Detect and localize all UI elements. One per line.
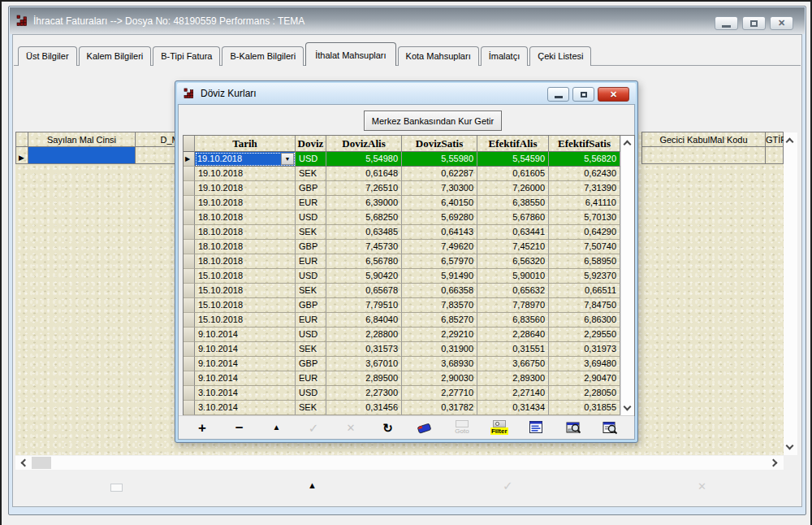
cell-EfektifSatis[interactable]: 0,62430 — [549, 167, 620, 181]
cell-EfektifSatis[interactable]: 5,70130 — [549, 210, 620, 225]
cell-DovizAlis[interactable]: 2,28800 — [326, 328, 402, 342]
row-selector[interactable] — [184, 284, 195, 298]
cell-DovizSatis[interactable]: 0,31782 — [402, 401, 477, 415]
cell-EfektifAlis[interactable]: 5,90010 — [477, 269, 549, 284]
cell-Tarih[interactable]: 9.10.2014 — [195, 328, 296, 342]
cell-DovizAlis[interactable]: 5,68250 — [326, 210, 402, 225]
row-selector[interactable] — [184, 342, 195, 357]
cell-EfektifAlis[interactable]: 2,28640 — [477, 328, 549, 342]
tab-0[interactable]: Üst Bilgiler — [18, 46, 77, 66]
dialog-minimize-button[interactable] — [547, 87, 569, 102]
cell-Tarih[interactable]: 18.10.2018 — [195, 254, 296, 269]
row-selector[interactable] — [184, 371, 195, 386]
goto-button[interactable]: Goto — [453, 417, 471, 439]
cell-EfektifSatis[interactable]: 0,66511 — [549, 284, 620, 298]
cell-Tarih[interactable]: 15.10.2018 — [195, 313, 296, 328]
cell-DovizSatis[interactable]: 2,90030 — [402, 371, 477, 386]
col-header-doviz[interactable]: Doviz — [296, 136, 326, 152]
erase-button[interactable] — [416, 417, 434, 439]
cell-Tarih[interactable]: 15.10.2018 — [195, 284, 296, 298]
cell-EfektifSatis[interactable]: 2,90470 — [549, 371, 620, 386]
preview-button[interactable] — [564, 417, 582, 439]
cell-EfektifAlis[interactable]: 3,66750 — [477, 357, 549, 371]
refresh-button[interactable]: ↻ — [379, 417, 397, 439]
cell-EfektifSatis[interactable]: 2,29550 — [549, 328, 620, 342]
cell-Tarih[interactable]: 19.10.2018 — [195, 196, 296, 210]
insert-button[interactable]: + — [193, 417, 211, 439]
cell-EfektifAlis[interactable]: 0,31434 — [477, 401, 549, 415]
cell-EfektifAlis[interactable]: 0,61605 — [477, 167, 549, 181]
cell-Tarih[interactable]: 9.10.2014 — [195, 342, 296, 357]
cell-Doviz[interactable]: GBP — [296, 357, 326, 371]
cell-EfektifSatis[interactable]: 7,50740 — [549, 240, 620, 254]
cell-DovizSatis[interactable]: 6,40150 — [402, 196, 477, 210]
cell-DovizAlis[interactable]: 7,26510 — [326, 181, 402, 196]
cell-EfektifAlis[interactable]: 5,54590 — [477, 152, 549, 167]
scroll-right-icon[interactable] — [770, 459, 778, 467]
col-header-dovizalis[interactable]: DovizAlis — [326, 136, 402, 152]
row-selector[interactable] — [184, 181, 195, 196]
main-selected-cell[interactable] — [28, 147, 136, 164]
cell-EfektifSatis[interactable]: 0,31973 — [549, 342, 620, 357]
cell-Doviz[interactable]: USD — [296, 210, 326, 225]
col-header-efektifalis[interactable]: EfektifAlis — [477, 136, 549, 152]
main-grid-row-selector[interactable]: ▶ — [15, 147, 28, 164]
report-button[interactable] — [527, 417, 545, 439]
cell-Doviz[interactable]: GBP — [296, 181, 326, 196]
cell-EfektifSatis[interactable]: 6,41110 — [549, 196, 620, 210]
cell-DovizSatis[interactable]: 7,30300 — [402, 181, 477, 196]
cell-EfektifSatis[interactable]: 3,69480 — [549, 357, 620, 371]
cell-DovizSatis[interactable]: 5,55980 — [402, 152, 477, 167]
cell-EfektifAlis[interactable]: 0,65632 — [477, 284, 549, 298]
cell-DovizAlis[interactable]: 0,31573 — [326, 342, 402, 357]
cell-Doviz[interactable]: SEK — [296, 284, 326, 298]
cell-EfektifAlis[interactable]: 0,31551 — [477, 342, 549, 357]
cell-Tarih[interactable]: 9.10.2014 — [195, 357, 296, 371]
dialog-titlebar[interactable]: Döviz Kurları ✕ — [177, 83, 636, 104]
cell-Doviz[interactable]: SEK — [296, 342, 326, 357]
cell-DovizAlis[interactable]: 3,67010 — [326, 357, 402, 371]
cell-EfektifAlis[interactable]: 7,78970 — [477, 298, 549, 313]
cell-DovizAlis[interactable]: 0,61648 — [326, 167, 402, 181]
cell-Tarih[interactable]: 18.10.2018 — [195, 210, 296, 225]
cell-DovizSatis[interactable]: 0,66358 — [402, 284, 477, 298]
cell-EfektifSatis[interactable]: 6,86300 — [549, 313, 620, 328]
cell-Tarih[interactable]: 18.10.2018 — [195, 240, 296, 254]
cell-DovizAlis[interactable]: 7,79510 — [326, 298, 402, 313]
cell-Doviz[interactable]: SEK — [296, 225, 326, 240]
cell-EfektifAlis[interactable]: 6,83560 — [477, 313, 549, 328]
nav-post-button[interactable]: ✓ — [503, 479, 513, 493]
cell-Tarih[interactable]: 3.10.2014 — [195, 386, 296, 401]
cell-EfektifAlis[interactable]: 2,89300 — [477, 371, 549, 386]
main-grid-header-gtip[interactable]: GTİP — [766, 132, 784, 147]
cell-DovizSatis[interactable]: 2,29210 — [402, 328, 477, 342]
cell-DovizSatis[interactable]: 5,91490 — [402, 269, 477, 284]
cell-Doviz[interactable]: USD — [296, 152, 326, 167]
cell-Doviz[interactable]: EUR — [296, 313, 326, 328]
restore-button[interactable] — [742, 16, 766, 30]
tab-5[interactable]: Kota Mahsupları — [398, 46, 479, 66]
cell-DovizAlis[interactable]: 2,27300 — [326, 386, 402, 401]
scroll-left-icon[interactable] — [21, 459, 29, 467]
cell-EfektifSatis[interactable]: 0,64290 — [549, 225, 620, 240]
cell-EfektifSatis[interactable]: 0,31855 — [549, 401, 620, 415]
edit-button[interactable]: ▲ — [267, 417, 285, 439]
cell-DovizSatis[interactable]: 0,64143 — [402, 225, 477, 240]
dialog-close-button[interactable]: ✕ — [598, 87, 629, 102]
cell-DovizAlis[interactable]: 7,45730 — [326, 240, 402, 254]
row-selector[interactable] — [184, 328, 195, 342]
cell-Doviz[interactable]: USD — [296, 386, 326, 401]
nav-first-button[interactable] — [110, 484, 123, 492]
main-horizontal-scrollbar[interactable] — [15, 456, 784, 470]
cell-DovizAlis[interactable]: 6,56780 — [326, 254, 402, 269]
cell-DovizAlis[interactable]: 5,54980 — [326, 152, 402, 167]
cell-Tarih[interactable]: 19.10.2018▼ — [195, 152, 296, 167]
col-header-tarih[interactable]: Tarih — [195, 136, 296, 152]
cell-DovizSatis[interactable]: 7,49620 — [402, 240, 477, 254]
cell-DovizAlis[interactable]: 0,31456 — [326, 401, 402, 415]
nav-cancel-button[interactable]: ✕ — [698, 480, 706, 492]
row-selector[interactable] — [184, 298, 195, 313]
cell-DovizAlis[interactable]: 6,84040 — [326, 313, 402, 328]
cell-Doviz[interactable]: EUR — [296, 196, 326, 210]
dropdown-button[interactable]: ▼ — [281, 153, 294, 165]
